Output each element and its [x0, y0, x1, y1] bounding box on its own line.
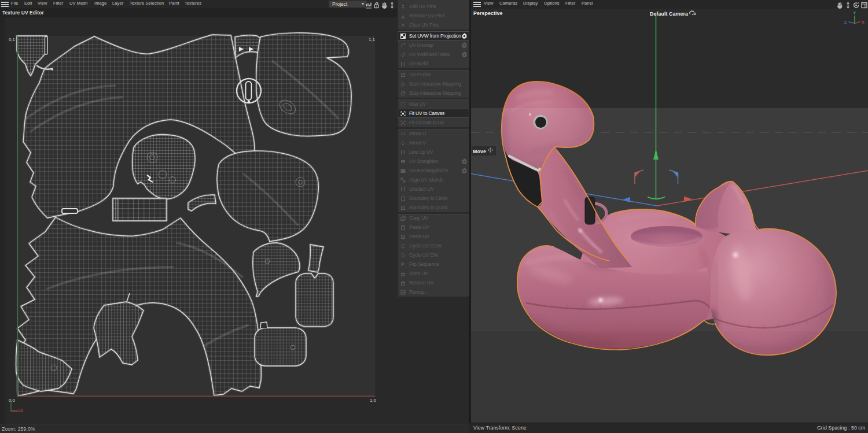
- svg-text:U: U: [19, 408, 23, 413]
- svg-text:0,0: 0,0: [9, 398, 16, 403]
- svg-text:1,1: 1,1: [369, 37, 376, 42]
- svg-text:Y: Y: [854, 11, 856, 15]
- svg-text:1,0: 1,0: [370, 398, 377, 403]
- svg-text:X: X: [862, 20, 865, 24]
- svg-text:Z: Z: [844, 20, 847, 24]
- svg-text:0,1: 0,1: [9, 37, 16, 42]
